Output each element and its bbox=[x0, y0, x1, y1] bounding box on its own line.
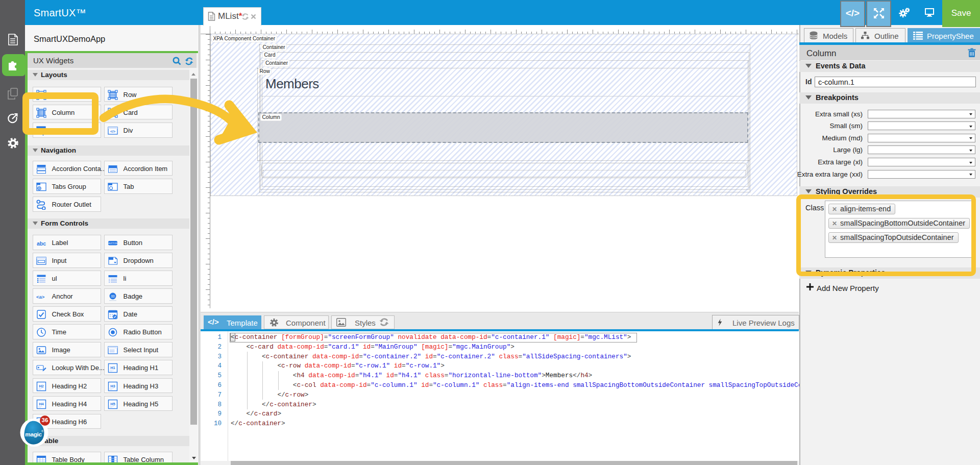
svg-text:magic: magic bbox=[25, 431, 42, 438]
svg-text:®: ® bbox=[41, 430, 43, 433]
